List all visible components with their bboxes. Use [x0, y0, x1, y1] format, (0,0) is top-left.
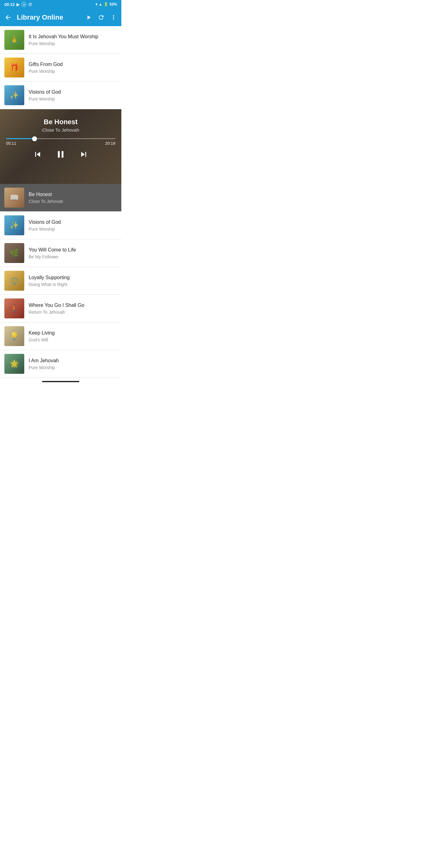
track-info-4: Be HonestClose To Jehovah	[29, 191, 117, 204]
track-item-3[interactable]: ✨Visions of GodPure Worship	[0, 212, 121, 239]
track-subtitle-5: Be My Follower	[29, 254, 117, 259]
status-time: 00:12	[4, 2, 14, 7]
now-playing-panel: Be Honest Close To Jehovah 05:11 20:19	[0, 109, 121, 184]
play-icon-status: ▶	[17, 2, 20, 7]
track-item-8[interactable]: 💡Keep LivingGod's Will	[0, 322, 121, 350]
signal-icon: ▲	[99, 2, 102, 6]
track-thumb-8: 💡	[4, 326, 24, 346]
track-thumb-3: ✨	[4, 85, 24, 105]
notification-icon: n	[22, 2, 27, 7]
track-info-7: Where You Go I Shall GoReturn To Jehovah	[29, 302, 117, 315]
app-title: Library Online	[17, 13, 80, 22]
play-button[interactable]	[85, 14, 92, 21]
track-info-5: You Will Come to LifeBe My Follower	[29, 247, 117, 259]
track-title-7: Where You Go I Shall Go	[29, 302, 117, 309]
track-info-3: Visions of GodPure Worship	[29, 89, 117, 101]
track-item-2[interactable]: 🎁Gifts From GodPure Worship	[0, 54, 121, 82]
track-list-bottom: 📖Be HonestClose To Jehovah✨Visions of Go…	[0, 184, 121, 378]
track-item-3[interactable]: ✨Visions of GodPure Worship	[0, 82, 121, 109]
track-title-4: Be Honest	[29, 191, 117, 198]
battery-level: 52%	[109, 2, 117, 6]
track-title-3: Visions of God	[29, 219, 117, 226]
now-playing-content: Be Honest Close To Jehovah 05:11 20:19	[0, 109, 121, 160]
track-item-7[interactable]: 🚶Where You Go I Shall GoReturn To Jehova…	[0, 295, 121, 322]
next-button[interactable]	[79, 149, 89, 159]
track-title-3: Visions of God	[29, 89, 117, 96]
now-playing-title: Be Honest	[44, 118, 78, 126]
track-subtitle-9: Pure Worship	[29, 365, 117, 370]
time-row: 05:11 20:19	[6, 141, 116, 146]
track-info-9: I Am JehovahPure Worship	[29, 358, 117, 370]
track-subtitle-6: Doing What Is Right	[29, 282, 117, 287]
track-info-1: It Is Jehovah You Must WorshipPure Worsh…	[29, 34, 117, 46]
track-item-5[interactable]: 🌿You Will Come to LifeBe My Follower	[0, 239, 121, 267]
track-subtitle-1: Pure Worship	[29, 41, 117, 46]
current-time: 05:11	[6, 141, 17, 146]
track-item-9[interactable]: 🌟I Am JehovahPure Worship	[0, 350, 121, 378]
progress-thumb[interactable]	[32, 136, 37, 141]
track-subtitle-7: Return To Jehovah	[29, 310, 117, 315]
track-title-6: Loyally Supporting	[29, 275, 117, 281]
track-thumb-3: ✨	[4, 215, 24, 235]
track-thumb-6: ⚖️	[4, 271, 24, 291]
pause-button[interactable]	[55, 149, 66, 160]
controls-row	[33, 149, 89, 160]
battery-icon: 🔋	[104, 2, 108, 6]
at-icon: @	[28, 2, 32, 6]
status-left: 00:12 ▶ n @	[4, 2, 32, 7]
bottom-indicator	[0, 378, 121, 384]
track-item-1[interactable]: 🙏It Is Jehovah You Must WorshipPure Wors…	[0, 26, 121, 54]
track-subtitle-3: Pure Worship	[29, 96, 117, 101]
app-bar-actions	[85, 14, 117, 21]
status-right: ▾ ▲ 🔋 52%	[96, 2, 117, 6]
track-thumb-9: 🌟	[4, 354, 24, 374]
track-title-1: It Is Jehovah You Must Worship	[29, 34, 117, 40]
track-info-6: Loyally SupportingDoing What Is Right	[29, 275, 117, 287]
track-item-6[interactable]: ⚖️Loyally SupportingDoing What Is Right	[0, 267, 121, 295]
progress-bar-container[interactable]	[6, 138, 116, 139]
home-indicator	[42, 381, 79, 382]
app-bar: Library Online	[0, 9, 121, 26]
track-thumb-1: 🙏	[4, 30, 24, 50]
back-button[interactable]	[4, 14, 12, 21]
track-info-8: Keep LivingGod's Will	[29, 330, 117, 342]
total-time: 20:19	[105, 141, 116, 146]
track-subtitle-3: Pure Worship	[29, 226, 117, 231]
track-title-5: You Will Come to Life	[29, 247, 117, 253]
status-bar: 00:12 ▶ n @ ▾ ▲ 🔋 52%	[0, 0, 121, 9]
track-info-2: Gifts From GodPure Worship	[29, 61, 117, 74]
track-thumb-7: 🚶	[4, 299, 24, 318]
track-thumb-4: 📖	[4, 188, 24, 208]
track-title-8: Keep Living	[29, 330, 117, 336]
track-title-2: Gifts From God	[29, 61, 117, 68]
wifi-icon: ▾	[96, 2, 97, 6]
track-item-4[interactable]: 📖Be HonestClose To Jehovah	[0, 184, 121, 212]
track-title-9: I Am Jehovah	[29, 358, 117, 364]
refresh-button[interactable]	[98, 14, 104, 21]
track-info-3: Visions of GodPure Worship	[29, 219, 117, 231]
now-playing-subtitle: Close To Jehovah	[42, 127, 79, 132]
progress-fill	[6, 138, 35, 139]
more-button[interactable]	[110, 14, 117, 21]
progress-track[interactable]	[6, 138, 116, 139]
track-list: 🙏It Is Jehovah You Must WorshipPure Wors…	[0, 26, 121, 109]
track-subtitle-8: God's Will	[29, 337, 117, 342]
track-thumb-2: 🎁	[4, 58, 24, 78]
track-subtitle-4: Close To Jehovah	[29, 199, 117, 204]
track-subtitle-2: Pure Worship	[29, 69, 117, 74]
prev-button[interactable]	[33, 149, 43, 159]
track-thumb-5: 🌿	[4, 243, 24, 263]
